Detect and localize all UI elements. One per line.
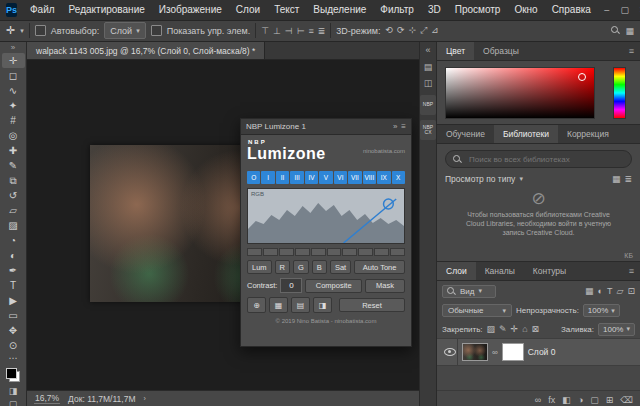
new-adjustment-icon[interactable]: ◑ — [578, 395, 583, 405]
quick-mask-icon[interactable]: ◨ — [9, 386, 18, 397]
tool-type[interactable]: T — [2, 278, 25, 293]
layer-visibility-toggle[interactable] — [442, 339, 458, 365]
layer-mask-thumbnail[interactable] — [502, 343, 524, 361]
filter-adjustment-layers-icon[interactable]: ◐ — [598, 286, 603, 296]
mask-link-icon[interactable]: ∞ — [492, 348, 498, 357]
autoselect-checkbox[interactable] — [35, 25, 46, 36]
tool-shape[interactable]: ▭ — [2, 308, 25, 323]
zone-button[interactable]: VIII — [363, 171, 376, 184]
align-bottom-icon[interactable]: ⊥ — [273, 26, 281, 36]
hue-slider[interactable] — [613, 67, 626, 119]
lock-position-icon[interactable]: ✛ — [511, 324, 519, 334]
new-group-icon[interactable]: ▢ — [590, 395, 599, 405]
mask-button[interactable]: Mask — [365, 279, 405, 293]
dock-info-icon[interactable]: ◫ — [424, 78, 433, 88]
tab-color[interactable]: Цвет — [437, 42, 474, 60]
menu-item[interactable]: Изображение — [152, 0, 229, 20]
contrast-stepper[interactable]: 0 — [280, 278, 302, 293]
tab-adjustments[interactable]: Коррекция — [558, 125, 618, 143]
zone-preview-swatch[interactable] — [390, 248, 405, 256]
maximize-button[interactable]: ▢ — [616, 0, 634, 20]
lumizone-title-bar[interactable]: NBP Lumizone 1 » ≡ — [241, 119, 411, 135]
menu-item[interactable]: 3D — [421, 0, 448, 20]
lz-mask-icon[interactable]: ◨ — [313, 297, 332, 313]
new-layer-icon[interactable]: ⊞ — [606, 395, 614, 405]
zone-button[interactable]: V — [319, 171, 332, 184]
tool-eraser[interactable]: ▱ — [2, 203, 25, 218]
lz-grid-icon[interactable]: ▦ — [269, 297, 288, 313]
lock-artboard-icon[interactable]: ⌂ — [522, 324, 527, 334]
color-cursor[interactable] — [578, 73, 586, 81]
green-channel-button[interactable]: G — [293, 260, 309, 274]
3d-roll-icon[interactable]: ⟳ — [397, 25, 405, 36]
move-tool-icon[interactable]: ✛ — [6, 24, 15, 37]
sat-channel-button[interactable]: Sat — [330, 260, 351, 274]
zone-button[interactable]: IX — [377, 171, 390, 184]
lum-channel-button[interactable]: Lum — [247, 260, 272, 274]
tool-path-select[interactable]: ▶ — [2, 293, 25, 308]
panel-menu-icon[interactable]: ≡ — [623, 42, 640, 60]
panel-menu-icon[interactable]: ≡ — [623, 262, 640, 280]
screen-mode-icon[interactable]: ▢ — [9, 399, 18, 406]
zone-preview-swatch[interactable] — [342, 248, 357, 256]
menu-item[interactable]: Текст — [267, 0, 306, 20]
menu-item[interactable]: Редактирование — [62, 0, 152, 20]
tool-crop[interactable]: # — [2, 113, 25, 128]
menu-item[interactable]: Слои — [229, 0, 267, 20]
menu-item[interactable]: Фильтр — [373, 0, 421, 20]
zone-button[interactable]: VII — [348, 171, 361, 184]
align-center-icon[interactable]: ≡ — [309, 26, 314, 36]
tab-channels[interactable]: Каналы — [476, 262, 524, 280]
tool-dodge[interactable]: ◐ — [2, 248, 25, 263]
menu-item[interactable]: Выделение — [306, 0, 373, 20]
list-view-icon[interactable]: ≣ — [624, 174, 632, 184]
zone-button[interactable]: VI — [334, 171, 347, 184]
tool-history-brush[interactable]: ↺ — [2, 188, 25, 203]
layer-effects-icon[interactable]: fx — [548, 395, 555, 405]
tab-libraries[interactable]: Библиотеки — [494, 125, 558, 143]
status-options-caret-icon[interactable]: › — [143, 395, 145, 402]
filter-pixel-layers-icon[interactable]: ▦ — [585, 286, 594, 296]
zone-button[interactable]: O — [247, 171, 260, 184]
search-icon[interactable] — [611, 26, 620, 35]
tool-marquee[interactable]: ◻ — [2, 68, 25, 83]
zone-preview-swatch[interactable] — [327, 248, 342, 256]
tool-zoom[interactable]: ⊙ — [2, 338, 25, 353]
dock-collapse-icon[interactable]: « — [425, 45, 430, 55]
view-by-type-select[interactable]: Просмотр по типу — [445, 174, 515, 184]
zoom-level-field[interactable]: 16,7% — [34, 393, 60, 404]
layer-thumbnail[interactable] — [462, 343, 488, 361]
tool-eyedropper[interactable]: ◎ — [2, 128, 25, 143]
composite-button[interactable]: Composite — [305, 279, 362, 293]
tool-blur[interactable]: ◔ — [2, 233, 25, 248]
lock-pixels-icon[interactable]: ✎ — [499, 324, 507, 334]
zone-button[interactable]: III — [290, 171, 303, 184]
blend-mode-select[interactable]: Обычные ▾ — [442, 304, 512, 317]
red-channel-button[interactable]: R — [275, 260, 290, 274]
panel-menu-icon[interactable]: ≡ — [401, 122, 406, 131]
tool-magic-wand[interactable]: ✦ — [2, 98, 25, 113]
distribute-icon[interactable]: ≣ — [318, 26, 326, 36]
zone-preview-swatch[interactable] — [263, 248, 278, 256]
filter-smart-objects-icon[interactable]: ⊡ — [627, 286, 635, 296]
tool-pen[interactable]: ✒ — [2, 263, 25, 278]
panel-collapse-icon[interactable]: » — [393, 122, 397, 131]
library-search-input[interactable] — [467, 154, 624, 165]
zone-preview-swatch[interactable] — [311, 248, 326, 256]
tool-gradient[interactable]: ▨ — [2, 218, 25, 233]
zone-preview-swatch[interactable] — [247, 248, 262, 256]
tool-lasso[interactable]: ∿ — [2, 83, 25, 98]
menu-item[interactable]: Окно — [507, 0, 544, 20]
show-transform-controls-checkbox[interactable] — [151, 25, 162, 36]
toolbar-more-icon[interactable]: ⋯ — [9, 353, 18, 364]
3d-scale-icon[interactable]: ⊿ — [431, 25, 439, 36]
layer-filter-kind-select[interactable]: Вид ▾ — [442, 285, 496, 298]
toolbar-expand-icon[interactable]: » — [11, 43, 15, 53]
align-top-icon[interactable]: ⊤ — [261, 26, 269, 36]
fill-select[interactable]: 100% ▾ — [598, 323, 635, 336]
histogram[interactable]: RGB — [247, 188, 405, 244]
layer-row[interactable]: ∞ Слой 0 — [437, 338, 640, 366]
tool-healing-brush[interactable]: ✚ — [2, 143, 25, 158]
tool-hand[interactable]: ✥ — [2, 323, 25, 338]
zone-preview-swatch[interactable] — [295, 248, 310, 256]
